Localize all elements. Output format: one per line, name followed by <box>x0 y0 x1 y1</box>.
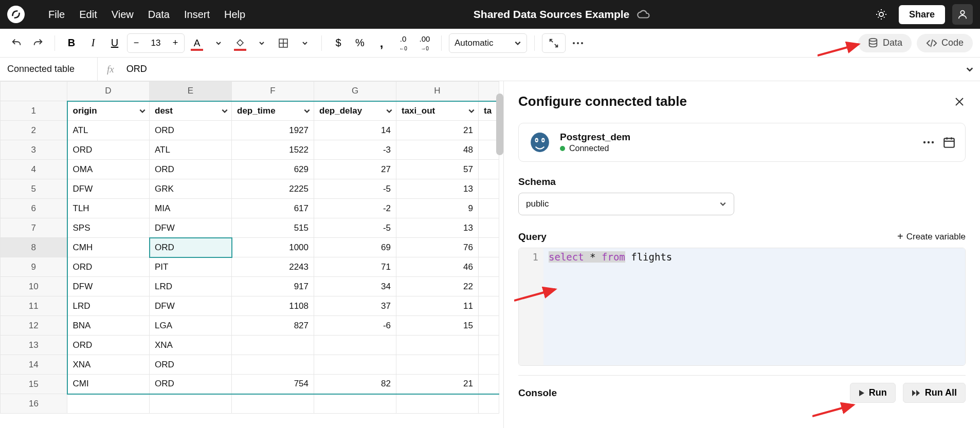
expand-button[interactable] <box>542 33 566 53</box>
cell[interactable]: BNA <box>67 316 150 336</box>
row-header-16[interactable]: 16 <box>1 394 67 414</box>
cell[interactable] <box>479 218 499 238</box>
cell[interactable]: 1522 <box>232 140 314 160</box>
decrease-decimal-button[interactable]: .0←0 <box>394 33 412 53</box>
cell[interactable]: DFW <box>67 179 150 199</box>
comma-format-button[interactable]: , <box>372 33 391 53</box>
cell[interactable]: DFW <box>150 296 232 316</box>
cell[interactable]: CMH <box>67 238 150 257</box>
cell[interactable] <box>479 257 499 277</box>
cell[interactable]: GRK <box>150 179 232 199</box>
vertical-scrollbar[interactable] <box>496 94 503 155</box>
cell[interactable] <box>232 355 314 375</box>
undo-button[interactable] <box>7 33 26 53</box>
table-row[interactable]: 14XNAORD <box>1 355 499 375</box>
row-header-13[interactable]: 13 <box>1 336 67 355</box>
cell[interactable] <box>479 160 499 179</box>
table-row[interactable]: 8CMHORD10006976 <box>1 238 499 257</box>
cell[interactable]: 2225 <box>232 179 314 199</box>
cell[interactable]: 21 <box>396 375 479 394</box>
row-header-11[interactable]: 11 <box>1 296 67 316</box>
table-row[interactable]: 9ORDPIT22437146 <box>1 257 499 277</box>
cell[interactable] <box>479 179 499 199</box>
cell[interactable]: 13 <box>396 179 479 199</box>
table-column-origin[interactable]: origin <box>67 101 150 121</box>
cell[interactable]: XNA <box>150 336 232 355</box>
table-row[interactable]: 5DFWGRK2225-513 <box>1 179 499 199</box>
filter-chevron-icon[interactable] <box>303 107 311 115</box>
cell[interactable]: LGA <box>150 316 232 336</box>
row-header-15[interactable]: 15 <box>1 375 67 394</box>
run-all-button[interactable]: Run All <box>903 383 966 403</box>
cell[interactable]: 629 <box>232 160 314 179</box>
cell[interactable]: 27 <box>314 160 396 179</box>
column-header-G[interactable]: G <box>314 82 396 101</box>
cell[interactable]: 754 <box>232 375 314 394</box>
table-column-dep_delay[interactable]: dep_delay <box>314 101 396 121</box>
cell[interactable] <box>479 316 499 336</box>
currency-format-button[interactable]: $ <box>329 33 348 53</box>
cell[interactable]: 48 <box>396 140 479 160</box>
table-row[interactable]: 2ATLORD19271421 <box>1 121 499 140</box>
underline-button[interactable]: U <box>105 33 124 53</box>
table-row[interactable]: 11LRDDFW11083711 <box>1 296 499 316</box>
cell[interactable]: 2243 <box>232 257 314 277</box>
cell[interactable] <box>232 394 314 414</box>
column-header-E[interactable]: E <box>150 82 232 101</box>
cell[interactable]: 1927 <box>232 121 314 140</box>
font-size-stepper[interactable]: − + <box>127 33 185 53</box>
app-logo[interactable] <box>7 6 25 23</box>
cell[interactable] <box>396 336 479 355</box>
row-header-3[interactable]: 3 <box>1 140 67 160</box>
cell[interactable]: 15 <box>396 316 479 336</box>
cell[interactable]: 1000 <box>232 238 314 257</box>
cell[interactable] <box>479 199 499 218</box>
table-row[interactable]: 16 <box>1 394 499 414</box>
table-column-taxi_out[interactable]: taxi_out <box>396 101 479 121</box>
row-header-8[interactable]: 8 <box>1 238 67 257</box>
data-panel-button[interactable]: Data <box>858 34 912 52</box>
cell[interactable] <box>396 394 479 414</box>
cell[interactable]: 21 <box>396 121 479 140</box>
cell[interactable]: 14 <box>314 121 396 140</box>
cell[interactable]: 917 <box>232 277 314 296</box>
table-row[interactable]: 15CMIORD7548221 <box>1 375 499 394</box>
table-row[interactable]: 4OMAORD6292757 <box>1 160 499 179</box>
user-account-icon[interactable] <box>952 4 973 25</box>
row-header-7[interactable]: 7 <box>1 218 67 238</box>
formula-input[interactable] <box>123 64 959 75</box>
cell[interactable] <box>314 336 396 355</box>
text-color-button[interactable]: A <box>188 33 206 53</box>
filter-chevron-icon[interactable] <box>468 107 475 115</box>
menu-view[interactable]: View <box>104 6 141 24</box>
cell[interactable]: -6 <box>314 316 396 336</box>
table-row[interactable]: 10DFWLRD9173422 <box>1 277 499 296</box>
share-button[interactable]: Share <box>899 5 945 24</box>
cell[interactable]: 827 <box>232 316 314 336</box>
cell[interactable] <box>314 355 396 375</box>
row-header-10[interactable]: 10 <box>1 277 67 296</box>
bold-button[interactable]: B <box>62 33 81 53</box>
column-header-F[interactable]: F <box>232 82 314 101</box>
cell[interactable] <box>479 296 499 316</box>
menu-insert[interactable]: Insert <box>177 6 217 24</box>
cell[interactable] <box>479 375 499 394</box>
fill-color-dropdown[interactable] <box>252 33 271 53</box>
table-row[interactable]: 7SPSDFW515-513 <box>1 218 499 238</box>
cell[interactable]: 71 <box>314 257 396 277</box>
menu-help[interactable]: Help <box>217 6 252 24</box>
cell[interactable]: 57 <box>396 160 479 179</box>
cell[interactable]: OMA <box>67 160 150 179</box>
cell[interactable]: ATL <box>67 121 150 140</box>
table-column-dest[interactable]: dest <box>150 101 232 121</box>
cell[interactable]: 515 <box>232 218 314 238</box>
cell[interactable]: XNA <box>67 355 150 375</box>
menu-file[interactable]: File <box>41 6 72 24</box>
italic-button[interactable]: I <box>84 33 102 53</box>
column-header-D[interactable]: D <box>67 82 150 101</box>
cell[interactable] <box>314 394 396 414</box>
cell[interactable]: CMI <box>67 375 150 394</box>
run-button[interactable]: Run <box>850 383 896 403</box>
cell[interactable]: ATL <box>150 140 232 160</box>
cell[interactable]: ORD <box>150 160 232 179</box>
